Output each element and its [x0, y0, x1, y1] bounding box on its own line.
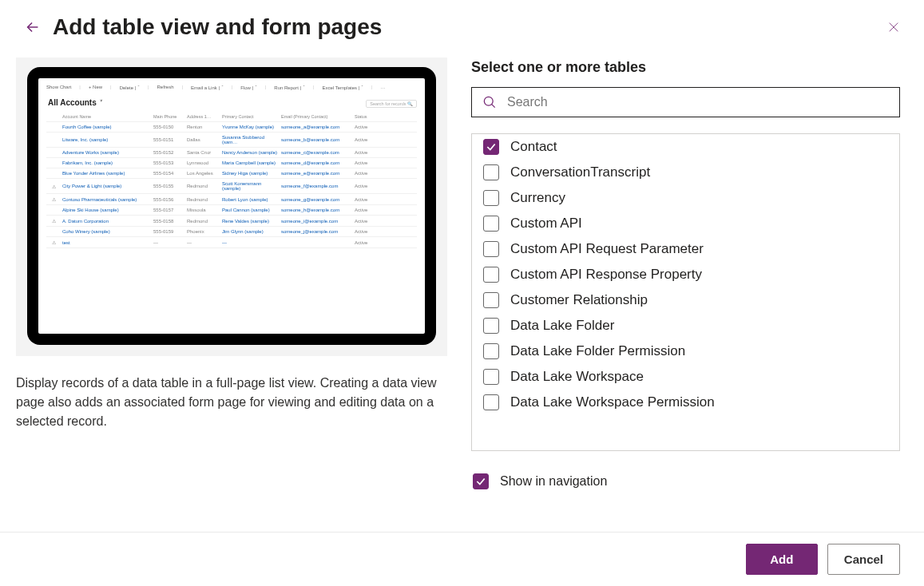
table-item[interactable]: Customer Relationship: [472, 287, 899, 313]
table-checkbox[interactable]: [483, 369, 499, 385]
preview-commandbar: Show Chart|+ New|Delete | ˅|Refresh|Emai…: [46, 85, 386, 90]
preview-grid-row: Fabrikam, Inc. (sample)555-0153LynnwoodM…: [46, 158, 417, 168]
preview-frame: Show Chart|+ New|Delete | ˅|Refresh|Emai…: [16, 57, 447, 356]
table-search[interactable]: [471, 87, 900, 117]
device-bezel: Show Chart|+ New|Delete | ˅|Refresh|Emai…: [27, 67, 436, 345]
preview-grid-row: Adventure Works (sample)555-0152Santa Cr…: [46, 148, 417, 158]
preview-search-placeholder: Search for records: [370, 101, 406, 106]
dialog-title: Add table view and form pages: [53, 14, 382, 40]
page-description: Display records of a data table in a ful…: [16, 374, 447, 431]
preview-grid-row: Blue Yonder Airlines (sample)555-0154Los…: [46, 168, 417, 179]
table-item[interactable]: Currency: [472, 185, 899, 211]
preview-grid-row: Coho Winery (sample)555-0159PhoenixJim G…: [46, 227, 417, 237]
table-checkbox[interactable]: [483, 164, 499, 180]
table-item[interactable]: Custom API Request Parameter: [472, 236, 899, 262]
preview-cmd: …: [381, 85, 386, 90]
table-checkbox[interactable]: [483, 292, 499, 308]
table-item[interactable]: Custom API Response Property: [472, 262, 899, 287]
preview-grid-row: ⚠City Power & Light (sample)555-0155Redm…: [46, 179, 417, 194]
preview-cmd: + New: [89, 85, 102, 90]
table-label: Customer Relationship: [510, 292, 648, 308]
show-in-navigation-checkbox[interactable]: [473, 473, 489, 489]
table-item[interactable]: Data Lake Workspace Permission: [472, 390, 899, 415]
tables-list[interactable]: ContactConversationTranscriptCurrencyCus…: [471, 133, 900, 451]
preview-screen: Show Chart|+ New|Delete | ˅|Refresh|Emai…: [38, 78, 425, 334]
table-item[interactable]: ConversationTranscript: [472, 160, 899, 185]
preview-cmd: Run Report | ˅: [274, 85, 305, 90]
table-item[interactable]: Contact: [472, 134, 899, 160]
show-in-navigation-option[interactable]: Show in navigation: [471, 473, 900, 489]
table-label: Data Lake Folder: [510, 318, 614, 334]
table-label: Currency: [510, 190, 565, 206]
table-checkbox[interactable]: [483, 139, 499, 155]
table-label: Custom API Response Property: [510, 267, 702, 283]
table-search-input[interactable]: [506, 94, 890, 110]
table-label: Custom API: [510, 216, 582, 232]
preview-cmd: Excel Templates | ˅: [322, 85, 363, 90]
preview-cmd: Show Chart: [46, 85, 71, 90]
back-button[interactable]: [24, 18, 42, 36]
preview-cmd: Delete | ˅: [120, 85, 140, 90]
header-left: Add table view and form pages: [24, 14, 382, 40]
preview-cmd: Refresh: [157, 85, 173, 90]
cancel-button[interactable]: Cancel: [827, 544, 900, 575]
table-checkbox[interactable]: [483, 267, 499, 283]
table-item[interactable]: Data Lake Folder: [472, 313, 899, 339]
preview-search: Search for records 🔍: [366, 100, 417, 108]
preview-cmd: Email a Link | ˅: [191, 85, 224, 90]
table-checkbox[interactable]: [483, 190, 499, 206]
right-column: Select one or more tables ContactConvers…: [471, 57, 900, 521]
table-label: Custom API Request Parameter: [510, 241, 704, 257]
close-icon: [887, 21, 900, 34]
arrow-left-icon: [24, 18, 42, 36]
close-button[interactable]: [887, 21, 900, 34]
show-in-navigation-label: Show in navigation: [500, 474, 607, 489]
chevron-down-icon: ˅: [100, 100, 103, 106]
table-item[interactable]: Custom API: [472, 211, 899, 236]
table-label: Data Lake Workspace: [510, 369, 644, 385]
preview-grid-row: ⚠test---------Active: [46, 237, 417, 248]
table-label: Data Lake Folder Permission: [510, 343, 685, 359]
table-label: Data Lake Workspace Permission: [510, 394, 715, 410]
preview-grid-row: Litware, Inc. (sample)555-0151DallasSusa…: [46, 133, 417, 148]
tables-section-label: Select one or more tables: [471, 59, 900, 76]
preview-grid-row: Alpine Ski House (sample)555-0157Missoul…: [46, 205, 417, 216]
table-checkbox[interactable]: [483, 241, 499, 257]
table-item[interactable]: Data Lake Folder Permission: [472, 339, 899, 364]
table-checkbox[interactable]: [483, 216, 499, 232]
left-column: Show Chart|+ New|Delete | ˅|Refresh|Emai…: [16, 57, 447, 521]
table-item[interactable]: Data Lake Workspace: [472, 364, 899, 390]
preview-grid-row: Fourth Coffee (sample)555-0150RentonYvon…: [46, 122, 417, 133]
dialog-header: Add table view and form pages: [0, 0, 924, 49]
svg-line-1: [492, 105, 495, 108]
preview-view-title: All Accounts ˅: [48, 98, 103, 107]
search-icon: [482, 94, 498, 110]
svg-point-0: [484, 97, 493, 105]
preview-grid-row: ⚠Contoso Pharmaceuticals (sample)555-015…: [46, 194, 417, 205]
dialog-body: Show Chart|+ New|Delete | ˅|Refresh|Emai…: [0, 49, 924, 521]
table-checkbox[interactable]: [483, 318, 499, 334]
table-label: Contact: [510, 139, 557, 155]
dialog-footer: Add Cancel: [0, 532, 924, 586]
table-checkbox[interactable]: [483, 394, 499, 410]
table-label: ConversationTranscript: [510, 164, 650, 180]
preview-view-title-text: All Accounts: [48, 98, 97, 107]
preview-grid-rows: Fourth Coffee (sample)555-0150RentonYvon…: [46, 122, 417, 248]
preview-grid-row: ⚠A. Datum Corporation555-0158RedmondRene…: [46, 216, 417, 227]
preview-grid-header: Account NameMain PhoneAddress 1…Primary …: [46, 112, 417, 122]
preview-cmd: Flow | ˅: [240, 85, 257, 90]
table-checkbox[interactable]: [483, 343, 499, 359]
add-button[interactable]: Add: [746, 544, 818, 575]
